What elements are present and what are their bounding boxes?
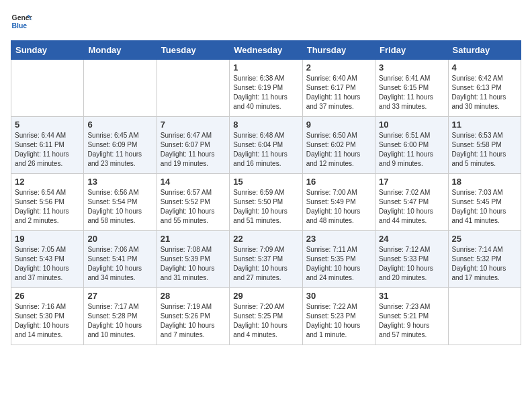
- day-number: 13: [87, 177, 152, 187]
- col-header-sunday: Sunday: [11, 41, 84, 60]
- calendar-cell: 2Sunrise: 6:40 AM Sunset: 6:17 PM Daylig…: [302, 60, 375, 117]
- day-info: Sunrise: 7:12 AM Sunset: 5:33 PM Dayligh…: [379, 245, 444, 283]
- day-number: 30: [306, 291, 371, 301]
- calendar-cell: 7Sunrise: 6:47 AM Sunset: 6:07 PM Daylig…: [157, 117, 229, 174]
- calendar-header-row: SundayMondayTuesdayWednesdayThursdayFrid…: [11, 41, 521, 60]
- day-info: Sunrise: 7:11 AM Sunset: 5:35 PM Dayligh…: [306, 245, 371, 283]
- calendar-cell: 13Sunrise: 6:56 AM Sunset: 5:54 PM Dayli…: [84, 174, 157, 231]
- col-header-friday: Friday: [375, 41, 448, 60]
- page-header: General Blue: [11, 11, 521, 32]
- calendar-cell: 3Sunrise: 6:41 AM Sunset: 6:15 PM Daylig…: [375, 60, 448, 117]
- col-header-thursday: Thursday: [302, 41, 375, 60]
- day-info: Sunrise: 7:02 AM Sunset: 5:47 PM Dayligh…: [379, 188, 444, 226]
- day-number: 5: [15, 120, 80, 130]
- day-info: Sunrise: 6:47 AM Sunset: 6:07 PM Dayligh…: [161, 131, 226, 169]
- day-info: Sunrise: 7:19 AM Sunset: 5:26 PM Dayligh…: [161, 302, 226, 340]
- calendar-cell: 24Sunrise: 7:12 AM Sunset: 5:33 PM Dayli…: [375, 231, 448, 288]
- day-number: 18: [452, 177, 517, 187]
- day-number: 23: [306, 234, 371, 244]
- svg-text:Blue: Blue: [12, 22, 28, 30]
- day-number: 22: [233, 234, 298, 244]
- day-info: Sunrise: 6:59 AM Sunset: 5:50 PM Dayligh…: [233, 188, 298, 226]
- day-number: 12: [15, 177, 80, 187]
- day-info: Sunrise: 6:56 AM Sunset: 5:54 PM Dayligh…: [87, 188, 152, 226]
- col-header-saturday: Saturday: [448, 41, 521, 60]
- calendar-cell: 31Sunrise: 7:23 AM Sunset: 5:21 PM Dayli…: [375, 288, 448, 345]
- calendar-cell: 29Sunrise: 7:20 AM Sunset: 5:25 PM Dayli…: [230, 288, 302, 345]
- day-info: Sunrise: 6:41 AM Sunset: 6:15 PM Dayligh…: [379, 74, 444, 111]
- calendar-week-row: 5Sunrise: 6:44 AM Sunset: 6:11 PM Daylig…: [11, 117, 521, 174]
- calendar-cell: 6Sunrise: 6:45 AM Sunset: 6:09 PM Daylig…: [84, 117, 157, 174]
- day-number: 3: [379, 62, 444, 73]
- calendar-week-row: 19Sunrise: 7:05 AM Sunset: 5:43 PM Dayli…: [11, 231, 521, 288]
- calendar-cell: 27Sunrise: 7:17 AM Sunset: 5:28 PM Dayli…: [84, 288, 157, 345]
- day-number: 9: [306, 120, 371, 130]
- day-number: 16: [306, 177, 371, 187]
- day-number: 27: [87, 291, 152, 301]
- calendar-cell: [11, 60, 84, 117]
- col-header-monday: Monday: [84, 41, 157, 60]
- day-number: 29: [233, 291, 298, 301]
- day-info: Sunrise: 6:50 AM Sunset: 6:02 PM Dayligh…: [306, 131, 371, 169]
- calendar-week-row: 1Sunrise: 6:38 AM Sunset: 6:19 PM Daylig…: [11, 60, 521, 117]
- calendar-cell: 20Sunrise: 7:06 AM Sunset: 5:41 PM Dayli…: [84, 231, 157, 288]
- calendar-cell: [84, 60, 157, 117]
- day-number: 26: [15, 291, 80, 301]
- day-info: Sunrise: 7:14 AM Sunset: 5:32 PM Dayligh…: [452, 245, 517, 283]
- calendar-week-row: 26Sunrise: 7:16 AM Sunset: 5:30 PM Dayli…: [11, 288, 521, 345]
- day-number: 20: [87, 234, 152, 244]
- day-info: Sunrise: 7:17 AM Sunset: 5:28 PM Dayligh…: [87, 302, 152, 340]
- calendar-cell: 21Sunrise: 7:08 AM Sunset: 5:39 PM Dayli…: [157, 231, 229, 288]
- day-number: 14: [161, 177, 226, 187]
- day-info: Sunrise: 6:54 AM Sunset: 5:56 PM Dayligh…: [15, 188, 80, 226]
- day-info: Sunrise: 7:03 AM Sunset: 5:45 PM Dayligh…: [452, 188, 517, 226]
- col-header-wednesday: Wednesday: [230, 41, 302, 60]
- day-number: 4: [452, 62, 517, 73]
- calendar-cell: 12Sunrise: 6:54 AM Sunset: 5:56 PM Dayli…: [11, 174, 84, 231]
- calendar-cell: 8Sunrise: 6:48 AM Sunset: 6:04 PM Daylig…: [230, 117, 302, 174]
- day-number: 6: [87, 120, 152, 130]
- day-number: 2: [306, 62, 371, 73]
- day-info: Sunrise: 6:40 AM Sunset: 6:17 PM Dayligh…: [306, 74, 371, 111]
- day-info: Sunrise: 6:57 AM Sunset: 5:52 PM Dayligh…: [161, 188, 226, 226]
- calendar-cell: [448, 288, 521, 345]
- day-info: Sunrise: 7:22 AM Sunset: 5:23 PM Dayligh…: [306, 302, 371, 340]
- calendar-cell: 25Sunrise: 7:14 AM Sunset: 5:32 PM Dayli…: [448, 231, 521, 288]
- day-number: 10: [379, 120, 444, 130]
- day-number: 25: [452, 234, 517, 244]
- day-info: Sunrise: 6:44 AM Sunset: 6:11 PM Dayligh…: [15, 131, 80, 169]
- day-info: Sunrise: 7:05 AM Sunset: 5:43 PM Dayligh…: [15, 245, 80, 283]
- calendar-cell: 11Sunrise: 6:53 AM Sunset: 5:58 PM Dayli…: [448, 117, 521, 174]
- day-number: 17: [379, 177, 444, 187]
- day-number: 1: [233, 62, 298, 73]
- calendar-cell: 10Sunrise: 6:51 AM Sunset: 6:00 PM Dayli…: [375, 117, 448, 174]
- calendar-cell: 22Sunrise: 7:09 AM Sunset: 5:37 PM Dayli…: [230, 231, 302, 288]
- logo-icon: General Blue: [11, 11, 32, 32]
- calendar-cell: 19Sunrise: 7:05 AM Sunset: 5:43 PM Dayli…: [11, 231, 84, 288]
- calendar-cell: 17Sunrise: 7:02 AM Sunset: 5:47 PM Dayli…: [375, 174, 448, 231]
- day-info: Sunrise: 7:16 AM Sunset: 5:30 PM Dayligh…: [15, 302, 80, 340]
- calendar-cell: 1Sunrise: 6:38 AM Sunset: 6:19 PM Daylig…: [230, 60, 302, 117]
- day-number: 15: [233, 177, 298, 187]
- day-number: 21: [161, 234, 226, 244]
- calendar-cell: 26Sunrise: 7:16 AM Sunset: 5:30 PM Dayli…: [11, 288, 84, 345]
- day-number: 28: [161, 291, 226, 301]
- calendar-cell: [157, 60, 229, 117]
- day-number: 24: [379, 234, 444, 244]
- calendar-cell: 4Sunrise: 6:42 AM Sunset: 6:13 PM Daylig…: [448, 60, 521, 117]
- calendar-cell: 5Sunrise: 6:44 AM Sunset: 6:11 PM Daylig…: [11, 117, 84, 174]
- day-info: Sunrise: 7:23 AM Sunset: 5:21 PM Dayligh…: [379, 302, 444, 340]
- calendar-cell: 14Sunrise: 6:57 AM Sunset: 5:52 PM Dayli…: [157, 174, 229, 231]
- calendar-table: SundayMondayTuesdayWednesdayThursdayFrid…: [11, 40, 521, 345]
- logo: General Blue: [11, 11, 32, 32]
- day-info: Sunrise: 7:06 AM Sunset: 5:41 PM Dayligh…: [87, 245, 152, 283]
- day-number: 7: [161, 120, 226, 130]
- day-info: Sunrise: 6:38 AM Sunset: 6:19 PM Dayligh…: [233, 74, 298, 111]
- day-info: Sunrise: 6:53 AM Sunset: 5:58 PM Dayligh…: [452, 131, 517, 169]
- day-info: Sunrise: 7:09 AM Sunset: 5:37 PM Dayligh…: [233, 245, 298, 283]
- day-info: Sunrise: 6:45 AM Sunset: 6:09 PM Dayligh…: [87, 131, 152, 169]
- day-info: Sunrise: 6:42 AM Sunset: 6:13 PM Dayligh…: [452, 74, 517, 111]
- calendar-cell: 30Sunrise: 7:22 AM Sunset: 5:23 PM Dayli…: [302, 288, 375, 345]
- day-info: Sunrise: 6:48 AM Sunset: 6:04 PM Dayligh…: [233, 131, 298, 169]
- day-info: Sunrise: 7:20 AM Sunset: 5:25 PM Dayligh…: [233, 302, 298, 340]
